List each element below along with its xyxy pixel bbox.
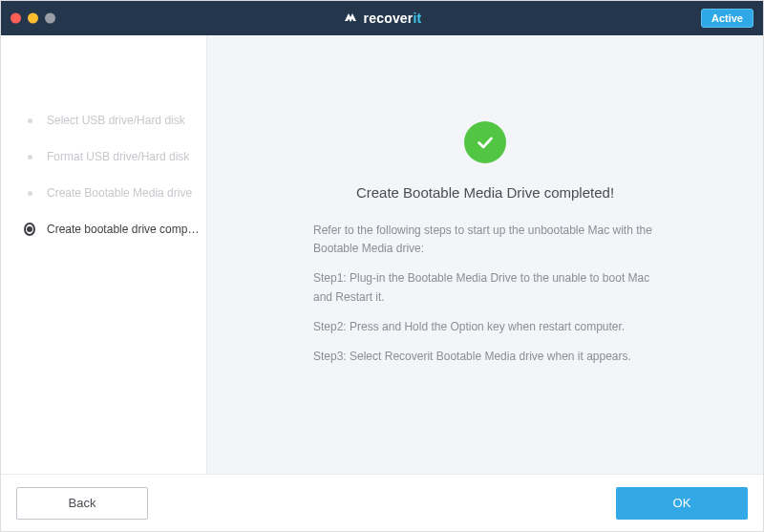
brand-name: recoverit	[364, 11, 422, 26]
back-button[interactable]: Back	[16, 487, 148, 520]
window-controls	[11, 13, 55, 24]
active-badge[interactable]: Active	[701, 9, 753, 28]
maximize-icon[interactable]	[45, 13, 55, 24]
bullet-icon	[24, 115, 35, 126]
titlebar: recoverit Active	[1, 1, 763, 35]
sidebar-step-label: Create Bootable Media drive	[47, 186, 192, 200]
instruction-intro: Refer to the following steps to start up…	[313, 222, 657, 258]
sidebar: Select USB drive/Hard disk Format USB dr…	[1, 35, 207, 474]
brand-prefix: recover	[364, 11, 414, 26]
instruction-step2: Step2: Press and Hold the Option key whe…	[313, 318, 657, 336]
brand-suffix: it	[414, 11, 422, 26]
brand-mark-icon	[343, 11, 358, 26]
content-title: Create Bootable Media Drive completed!	[356, 184, 614, 201]
bullet-icon	[24, 151, 35, 162]
instruction-step3: Step3: Select Recoverit Bootable Media d…	[313, 348, 657, 366]
radio-active-icon	[24, 223, 35, 235]
sidebar-step-format-usb[interactable]: Format USB drive/Hard disk	[1, 138, 206, 175]
sidebar-step-select-usb[interactable]: Select USB drive/Hard disk	[1, 102, 206, 138]
close-icon[interactable]	[11, 13, 21, 24]
main-area: Select USB drive/Hard disk Format USB dr…	[1, 35, 763, 474]
ok-button[interactable]: OK	[616, 487, 748, 520]
instruction-step1: Step1: Plug-in the Bootable Media Drive …	[313, 269, 657, 306]
sidebar-step-label: Format USB drive/Hard disk	[47, 150, 189, 163]
sidebar-step-label: Create bootable drive compl...	[47, 223, 200, 236]
instructions: Refer to the following steps to start up…	[313, 222, 657, 377]
sidebar-step-label: Select USB drive/Hard disk	[47, 114, 185, 127]
footer: Back OK	[1, 474, 763, 531]
success-check-icon	[464, 121, 506, 163]
bullet-icon	[24, 187, 35, 199]
sidebar-step-create-bootable[interactable]: Create Bootable Media drive	[1, 175, 206, 211]
brand-logo: recoverit	[343, 11, 422, 26]
content-panel: Create Bootable Media Drive completed! R…	[207, 35, 763, 474]
sidebar-step-completed[interactable]: Create bootable drive compl...	[1, 211, 206, 247]
minimize-icon[interactable]	[28, 13, 38, 24]
